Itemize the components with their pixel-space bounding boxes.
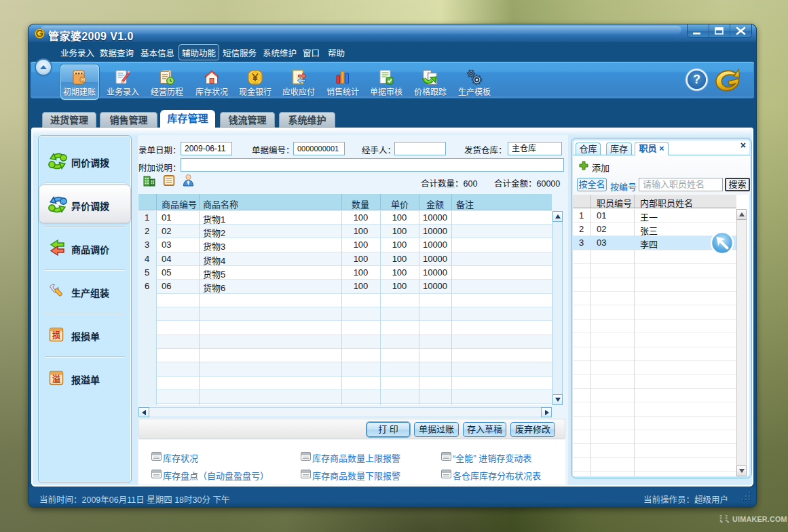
svg-text:溢: 溢 (52, 373, 60, 384)
svg-text:损: 损 (52, 329, 60, 341)
